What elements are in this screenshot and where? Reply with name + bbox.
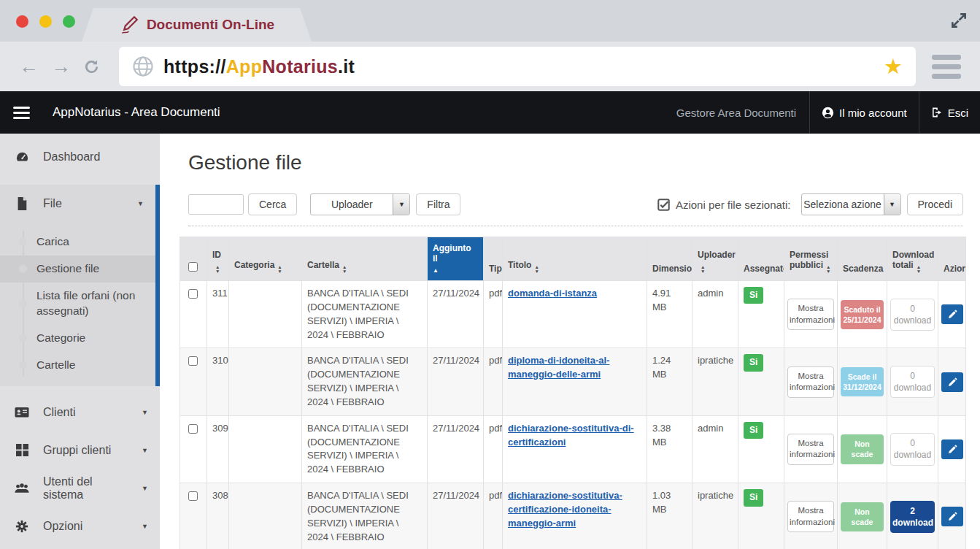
row-checkbox[interactable] xyxy=(188,491,198,501)
col-header-label: Azioni xyxy=(944,264,966,274)
main-content: Gestione file Cerca Uploader ▼ Filtra Az… xyxy=(160,134,980,549)
cell-dimensione: 1.03 MB xyxy=(647,483,692,549)
cell-categoria xyxy=(229,483,302,549)
address-bar[interactable]: https://AppNotarius.it ★ xyxy=(119,47,916,86)
col-header-label: Aggiunto il xyxy=(433,243,471,264)
cell-aggiunto-il: 27/11/2024 xyxy=(428,483,484,549)
sidebar-item-file[interactable]: File ▼ xyxy=(0,185,155,223)
show-info-button[interactable]: Mostra informazioni xyxy=(787,434,834,465)
sidebar-item-opzioni[interactable]: Opzioni ▼ xyxy=(0,507,160,545)
bulk-actions: Azioni per file sezionati: Seleziona azi… xyxy=(657,193,963,215)
cell-select xyxy=(180,415,207,483)
logout-link[interactable]: Esci xyxy=(919,107,980,119)
cell-cartella: BANCA D'ITALIA \ SEDI (DOCUMENTAZIONE SE… xyxy=(302,415,428,483)
row-checkbox[interactable] xyxy=(188,356,198,366)
file-submenu: Carica Gestione file Lista file orfani (… xyxy=(0,223,155,379)
filter-button[interactable]: Filtra xyxy=(416,193,460,215)
bulk-action-select[interactable]: Seleziona azione ▼ xyxy=(801,193,901,215)
id-card-icon xyxy=(15,406,29,418)
download-count-button[interactable]: 0download xyxy=(890,366,935,398)
table-row: 308BANCA D'ITALIA \ SEDI (DOCUMENTAZIONE… xyxy=(180,483,966,549)
refresh-icon[interactable] xyxy=(83,58,100,75)
gauge-icon xyxy=(15,150,29,164)
pencil-icon xyxy=(948,310,957,319)
sidebar-item-clienti[interactable]: Clienti ▼ xyxy=(0,393,160,431)
file-title-link[interactable]: dichiarazione-sostitutiva-di-certificazi… xyxy=(508,423,634,448)
globe-icon xyxy=(132,55,154,77)
sidebar-item-dashboard[interactable]: Dashboard xyxy=(0,138,160,176)
select-all-checkbox[interactable] xyxy=(188,262,198,272)
sidebar-toggle-icon[interactable] xyxy=(9,102,34,123)
row-checkbox[interactable] xyxy=(188,289,198,299)
row-checkbox[interactable] xyxy=(188,424,198,434)
col-header-titolo[interactable]: Titolo▲▼ xyxy=(503,237,647,281)
back-icon[interactable]: ← xyxy=(19,55,39,78)
cell-scadenza: Scade il31/12/2024 xyxy=(838,348,887,415)
cell-assegnato: Si xyxy=(738,483,784,549)
sidebar-item-gruppi-clienti[interactable]: Gruppi clienti ▼ xyxy=(0,431,160,469)
cell-select xyxy=(180,281,207,348)
col-header-cartella[interactable]: Cartella▲▼ xyxy=(302,237,428,281)
file-title-link[interactable]: domanda-di-istanza xyxy=(508,288,597,299)
cell-download: 2download xyxy=(887,483,938,549)
cell-download: 0download xyxy=(887,415,938,483)
forward-icon[interactable]: → xyxy=(51,55,71,78)
minimize-window-button[interactable] xyxy=(39,15,52,28)
col-header-download-totali[interactable]: Download totali▲▼ xyxy=(887,237,938,281)
sort-icon: ▲▼ xyxy=(917,265,921,274)
search-button[interactable]: Cerca xyxy=(248,193,297,215)
uploader-select[interactable]: Uploader ▼ xyxy=(310,193,410,215)
url-text: https://AppNotarius.it xyxy=(163,56,355,77)
cell-cartella: BANCA D'ITALIA \ SEDI (DOCUMENTAZIONE SE… xyxy=(302,348,428,415)
col-header-aggiunto-il[interactable]: Aggiunto il▲ xyxy=(428,237,484,281)
file-title-link[interactable]: dichiarazione-sostitutiva-certificazione… xyxy=(508,490,622,529)
cell-azioni xyxy=(938,415,966,483)
sort-icon: ▲▼ xyxy=(277,265,282,274)
sidebar-item-categorie[interactable]: Categorie xyxy=(0,325,155,352)
check-square-icon xyxy=(657,199,670,211)
col-header-categoria[interactable]: Categoria▲▼ xyxy=(229,237,302,281)
search-input[interactable] xyxy=(188,194,244,215)
tab-title: Documenti On-Line xyxy=(147,17,274,33)
cell-azioni xyxy=(938,348,966,415)
browser-menu-icon[interactable] xyxy=(932,55,961,79)
pen-icon xyxy=(119,15,139,35)
show-info-button[interactable]: Mostra informazioni xyxy=(787,299,834,330)
download-count-button[interactable]: 0download xyxy=(890,299,935,331)
maximize-window-button[interactable] xyxy=(63,15,75,28)
close-window-button[interactable] xyxy=(16,15,28,28)
cell-id: 309 xyxy=(207,415,229,483)
col-header-id[interactable]: ID▲▼ xyxy=(207,237,229,281)
download-count-button[interactable]: 2download xyxy=(890,501,935,533)
cell-permessi: Mostra informazioni xyxy=(784,281,838,348)
sidebar-item-lista-file-orfani[interactable]: Lista file orfani (non assegnati) xyxy=(0,283,155,325)
file-title-link[interactable]: diploma-di-idoneita-al-maneggio-delle-ar… xyxy=(508,355,609,380)
sidebar-item-carica[interactable]: Carica xyxy=(0,229,155,256)
download-count-button[interactable]: 0download xyxy=(890,433,935,465)
sidebar-item-utenti-del-sistema[interactable]: Utenti del sistema ▼ xyxy=(0,469,160,507)
col-header-label: Categoria xyxy=(234,260,274,270)
col-header-uploader[interactable]: Uploader▲▼ xyxy=(692,237,738,281)
assigned-badge: Si xyxy=(744,287,763,304)
edit-button[interactable] xyxy=(941,372,963,392)
uploader-select-value: Uploader xyxy=(311,194,393,215)
col-header-label: Titolo xyxy=(508,260,531,270)
show-info-button[interactable]: Mostra informazioni xyxy=(787,501,834,532)
expiry-badge: Nonscade xyxy=(841,434,884,464)
proceed-button[interactable]: Procedi xyxy=(907,193,963,215)
edit-button[interactable] xyxy=(941,507,963,526)
bookmark-star-icon[interactable]: ★ xyxy=(884,56,903,77)
expand-icon[interactable] xyxy=(949,11,968,30)
show-info-button[interactable]: Mostra informazioni xyxy=(787,366,834,398)
col-header-label: Scadenza xyxy=(843,264,883,274)
cell-assegnato: Si xyxy=(738,415,784,483)
sidebar-item-cartelle[interactable]: Cartelle xyxy=(0,352,155,379)
edit-button[interactable] xyxy=(941,304,963,324)
my-account-link[interactable]: Il mio account xyxy=(810,107,919,119)
col-header-permessi-pubblici[interactable]: Permessi pubblici▲▼ xyxy=(784,237,838,281)
edit-button[interactable] xyxy=(941,439,963,459)
cell-tipo: pdf xyxy=(484,281,503,348)
browser-tab[interactable]: Documenti On-Line xyxy=(82,8,312,42)
sidebar-item-gestione-file[interactable]: Gestione file xyxy=(0,256,155,283)
cell-uploader: ipratiche xyxy=(692,348,738,415)
